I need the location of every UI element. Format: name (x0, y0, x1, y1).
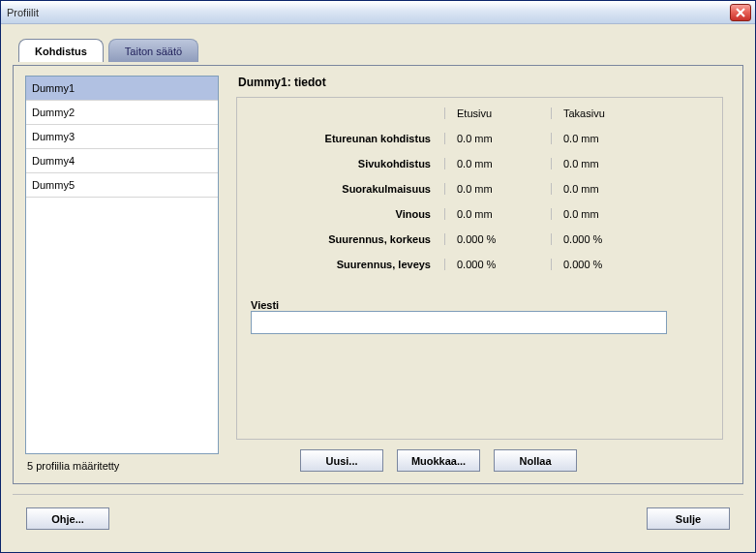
row-label: Vinous (251, 208, 444, 220)
row-value-back: 0.0 mm (551, 133, 657, 144)
reset-button[interactable]: Nollaa (494, 449, 577, 472)
tab-row: Kohdistus Taiton säätö (18, 38, 743, 65)
row-value-back: 0.0 mm (551, 158, 657, 169)
tab-taiton-saato[interactable]: Taiton säätö (108, 39, 198, 62)
message-label: Viesti (251, 299, 709, 311)
row-value-back: 0.000 % (551, 233, 657, 245)
help-button[interactable]: Ohje... (26, 507, 109, 530)
list-item[interactable]: Dummy5 (26, 173, 218, 198)
detail-group: Etusivu Takasivu Etureunan kohdistus 0.0… (236, 97, 723, 440)
row-value-front: 0.0 mm (444, 133, 551, 144)
profile-list[interactable]: Dummy1 Dummy2 Dummy3 Dummy4 Dummy5 (25, 76, 219, 454)
window: Profiilit Kohdistus Taiton säätö Dummy1 … (0, 0, 756, 553)
right-column: Dummy1: tiedot Etusivu Takasivu Etureuna… (236, 76, 723, 472)
bottom-bar: Ohje... Sulje (13, 494, 743, 542)
new-button[interactable]: Uusi... (300, 449, 383, 472)
row-value-front: 0.000 % (444, 233, 551, 245)
edit-button[interactable]: Muokkaa... (397, 449, 480, 472)
row-value-back: 0.0 mm (551, 183, 657, 195)
col-header-back: Takasivu (551, 108, 657, 119)
list-item[interactable]: Dummy3 (26, 125, 218, 149)
action-row: Uusi... Muokkaa... Nollaa (236, 449, 723, 472)
row-value-back: 0.000 % (551, 259, 657, 270)
list-item[interactable]: Dummy4 (26, 149, 218, 173)
left-column: Dummy1 Dummy2 Dummy3 Dummy4 Dummy5 5 pro… (25, 76, 219, 472)
row-label: Sivukohdistus (251, 158, 444, 169)
message-input[interactable] (251, 311, 667, 334)
list-item[interactable]: Dummy1 (26, 77, 218, 101)
profile-count-label: 5 profiilia määritetty (25, 454, 219, 472)
tab-kohdistus[interactable]: Kohdistus (18, 39, 104, 62)
list-item[interactable]: Dummy2 (26, 101, 218, 125)
close-icon[interactable] (730, 4, 751, 21)
titlebar: Profiilit (1, 1, 755, 24)
tab-panel: Dummy1 Dummy2 Dummy3 Dummy4 Dummy5 5 pro… (13, 65, 743, 484)
col-header-front: Etusivu (444, 108, 551, 119)
row-value-front: 0.0 mm (444, 158, 551, 169)
row-value-front: 0.0 mm (444, 183, 551, 195)
window-title: Profiilit (7, 7, 730, 18)
row-value-front: 0.000 % (444, 259, 551, 270)
row-label: Etureunan kohdistus (251, 133, 444, 144)
detail-title: Dummy1: tiedot (238, 76, 723, 89)
row-label: Suorakulmaisuus (251, 183, 444, 195)
close-button[interactable]: Sulje (647, 507, 730, 530)
row-label: Suurennus, korkeus (251, 233, 444, 245)
row-label: Suurennus, leveys (251, 259, 444, 270)
row-value-front: 0.0 mm (444, 208, 551, 220)
detail-grid: Etusivu Takasivu Etureunan kohdistus 0.0… (251, 108, 709, 270)
client-area: Kohdistus Taiton säätö Dummy1 Dummy2 Dum… (1, 24, 755, 552)
row-value-back: 0.0 mm (551, 208, 657, 220)
